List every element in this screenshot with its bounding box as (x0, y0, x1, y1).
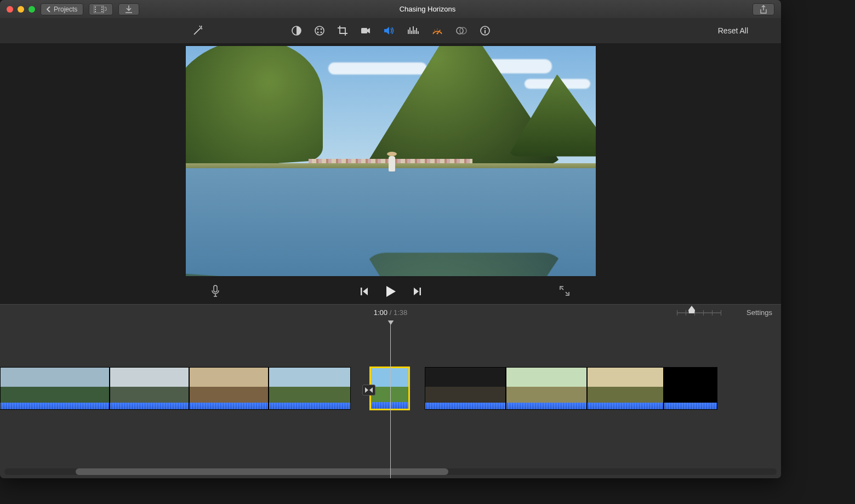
svg-rect-26 (361, 288, 362, 295)
window-controls (7, 6, 35, 13)
timeline-area[interactable] (0, 320, 781, 478)
timeline-settings-button[interactable]: Settings (746, 308, 772, 317)
close-window[interactable] (7, 6, 13, 13)
adjustment-toolbar: Reset All (0, 18, 781, 43)
svg-point-19 (441, 32, 442, 33)
crop-icon (337, 25, 348, 36)
speaker-icon (383, 25, 395, 36)
back-label: Projects (54, 5, 77, 13)
fullscreen-button[interactable] (559, 285, 570, 298)
current-time: 1:00 (374, 308, 387, 317)
play-icon (385, 285, 397, 298)
svg-point-23 (484, 28, 485, 29)
import-icon (126, 5, 132, 13)
svg-rect-2 (95, 9, 96, 10)
play-button[interactable] (385, 285, 397, 298)
scrollbar-thumb[interactable] (76, 468, 448, 475)
contrast-icon (291, 25, 302, 36)
svg-point-15 (433, 32, 434, 33)
speedometer-icon (431, 25, 443, 36)
svg-rect-13 (361, 28, 367, 33)
time-display: 1:00 / 1:38 (374, 308, 407, 317)
timeline-clip[interactable] (0, 367, 110, 410)
playback-bar (0, 279, 781, 304)
overlap-circles-icon (455, 25, 468, 36)
svg-rect-25 (214, 285, 217, 292)
zoom-slider[interactable] (677, 309, 721, 317)
timeline-clip[interactable] (425, 367, 506, 410)
timeline-clip[interactable] (110, 367, 189, 410)
subject-person (386, 152, 397, 171)
import-download-button[interactable] (118, 3, 139, 15)
info-button[interactable] (480, 25, 491, 36)
palette-icon (314, 25, 325, 36)
equalizer-icon (407, 25, 419, 36)
microphone-icon (211, 285, 220, 297)
next-button[interactable] (412, 287, 422, 296)
media-import-button[interactable] (89, 3, 113, 15)
camera-icon (360, 25, 371, 36)
filmstrip-icon (94, 5, 108, 13)
timeline-clip[interactable] (269, 367, 351, 410)
effects-button[interactable] (455, 25, 468, 36)
color-balance-button[interactable] (291, 25, 302, 36)
skip-forward-icon (412, 287, 422, 296)
slider-knob-icon (688, 306, 696, 313)
timeline-clip-selected[interactable] (370, 367, 409, 410)
speed-button[interactable] (431, 25, 443, 36)
volume-button[interactable] (383, 25, 395, 36)
info-icon (480, 25, 491, 36)
svg-rect-27 (419, 288, 421, 295)
timeline-info-bar: 1:00 / 1:38 Settings (0, 304, 781, 320)
wand-icon (192, 25, 204, 37)
svg-rect-5 (101, 9, 102, 10)
share-button[interactable] (753, 3, 774, 15)
preview-viewer (0, 43, 781, 279)
stabilization-button[interactable] (360, 25, 371, 36)
svg-point-9 (317, 28, 318, 30)
svg-rect-24 (485, 30, 486, 33)
timeline-clip[interactable] (664, 367, 717, 410)
noise-eq-button[interactable] (407, 25, 419, 36)
zoom-window[interactable] (29, 6, 35, 13)
skip-back-icon (360, 287, 369, 296)
fullscreen-icon (559, 285, 570, 296)
project-title: Chasing Horizons (0, 5, 781, 13)
previous-button[interactable] (360, 287, 369, 296)
back-projects-button[interactable]: Projects (41, 3, 83, 15)
crossfade-icon (364, 387, 373, 393)
svg-point-16 (434, 30, 435, 31)
svg-point-8 (315, 26, 324, 35)
svg-point-10 (320, 28, 322, 30)
svg-point-11 (317, 32, 318, 33)
preview-frame[interactable] (186, 46, 596, 276)
timeline-clip[interactable] (189, 367, 269, 410)
svg-point-12 (320, 32, 322, 33)
voiceover-button[interactable] (211, 285, 220, 299)
enhance-button[interactable] (192, 25, 204, 37)
total-duration: 1:38 (394, 308, 407, 317)
crop-button[interactable] (337, 25, 348, 36)
minimize-window[interactable] (18, 6, 24, 13)
svg-point-18 (440, 30, 441, 31)
timeline-clip[interactable] (506, 367, 587, 410)
timeline-clip[interactable] (587, 367, 664, 410)
svg-rect-1 (95, 7, 96, 8)
titlebar: Projects Chasing Horizons (0, 0, 781, 18)
app-window: Projects Chasing Horizons Reset All (0, 0, 781, 478)
transition-icon[interactable] (362, 385, 375, 396)
svg-point-17 (437, 28, 438, 30)
svg-rect-4 (101, 7, 102, 8)
share-icon (760, 5, 767, 14)
reset-all-button[interactable]: Reset All (718, 26, 748, 35)
svg-rect-3 (95, 11, 96, 12)
svg-rect-6 (101, 11, 102, 12)
color-correction-button[interactable] (314, 25, 325, 36)
